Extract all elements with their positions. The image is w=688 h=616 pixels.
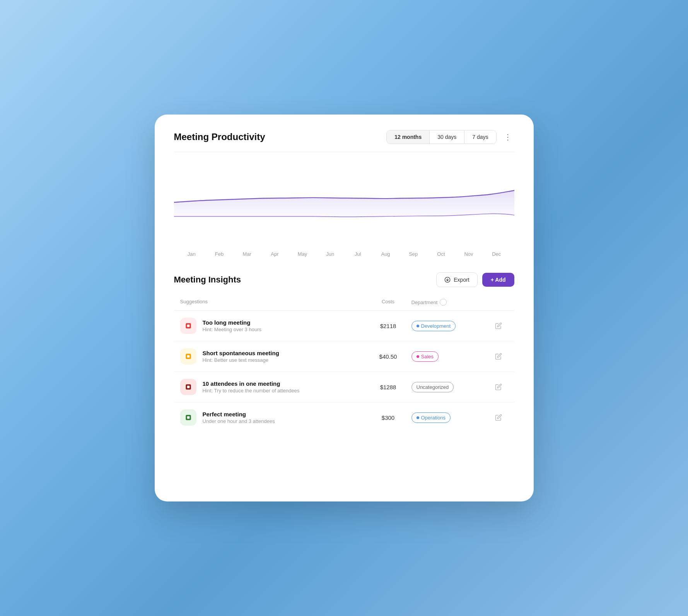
insights-actions: Export + Add [436, 272, 514, 287]
filter-7days[interactable]: 7 days [464, 130, 496, 144]
square-icon [184, 383, 192, 391]
suggestion-text: Short spontaneous meeting Hint: Better u… [203, 350, 279, 363]
suggestion-name: Perfect meeting [203, 411, 275, 418]
dept-cell: Sales [411, 351, 489, 362]
x-label-jul: Jul [344, 251, 372, 257]
svg-rect-3 [187, 325, 189, 327]
dept-cell: Operations [411, 412, 489, 423]
svg-rect-9 [187, 416, 189, 419]
table-row: Short spontaneous meeting Hint: Better u… [174, 341, 514, 372]
chart-x-axis: Jan Feb Mar Apr May Jun Jul Aug Sep Oct … [174, 251, 514, 257]
pencil-icon [495, 414, 502, 421]
page-title: Meeting Productivity [174, 132, 265, 142]
header: Meeting Productivity 12 months 30 days 7… [174, 130, 514, 144]
filter-12months[interactable]: 12 months [387, 130, 430, 144]
square-icon [184, 352, 192, 360]
suggestion-hint: Hint: Better use text message [203, 357, 279, 363]
x-label-jan: Jan [178, 251, 206, 257]
square-icon [184, 414, 192, 421]
x-label-sep: Sep [399, 251, 427, 257]
edit-button[interactable] [489, 322, 508, 329]
x-label-oct: Oct [427, 251, 455, 257]
suggestion-text: 10 attendees in one meeting Hint: Try to… [203, 380, 300, 394]
more-options-button[interactable]: ⋮ [501, 130, 514, 144]
badge-dot [417, 355, 419, 358]
cost-cell: $2118 [365, 323, 411, 329]
svg-rect-7 [187, 386, 189, 388]
productivity-chart [174, 160, 514, 245]
x-label-jun: Jun [316, 251, 344, 257]
insights-title: Meeting Insights [174, 275, 241, 285]
row-icon-1 [180, 318, 196, 334]
x-label-may: May [289, 251, 316, 257]
col-department: Department [411, 299, 489, 306]
chart-svg [174, 160, 514, 245]
header-divider [174, 152, 514, 152]
dept-badge[interactable]: Development [411, 321, 456, 331]
edit-button[interactable] [489, 383, 508, 390]
dept-cell: Development [411, 321, 489, 331]
table-row: Too long meeting Hint: Meeting over 3 ho… [174, 311, 514, 341]
col-costs: Costs [365, 299, 411, 306]
dept-filter-icon[interactable] [440, 299, 447, 306]
suggestion-name: Short spontaneous meeting [203, 350, 279, 356]
x-label-mar: Mar [233, 251, 261, 257]
cost-cell: $40.50 [365, 353, 411, 360]
suggestion-hint: Hint: Meeting over 3 hours [203, 327, 261, 332]
suggestion-cell: Short spontaneous meeting Hint: Better u… [180, 348, 365, 364]
badge-dot [417, 416, 419, 419]
cost-cell: $1288 [365, 384, 411, 390]
dept-badge[interactable]: Operations [411, 412, 451, 423]
edit-button[interactable] [489, 353, 508, 360]
export-icon [444, 277, 451, 283]
table-row: 10 attendees in one meeting Hint: Try to… [174, 372, 514, 402]
pencil-icon [495, 322, 502, 329]
insights-header: Meeting Insights Export + Add [174, 272, 514, 287]
dept-cell: Uncategorized [411, 382, 489, 392]
edit-button[interactable] [489, 414, 508, 421]
badge-dot [417, 325, 419, 327]
suggestion-hint: Under one hour and 3 attendees [203, 418, 275, 424]
square-icon [184, 322, 192, 330]
x-label-feb: Feb [205, 251, 233, 257]
row-icon-2 [180, 348, 196, 364]
suggestion-name: 10 attendees in one meeting [203, 380, 300, 387]
suggestion-name: Too long meeting [203, 319, 261, 326]
dept-badge[interactable]: Sales [411, 351, 439, 362]
col-suggestions: Suggestions [180, 299, 365, 306]
suggestion-cell: Perfect meeting Under one hour and 3 att… [180, 409, 365, 426]
suggestion-text: Perfect meeting Under one hour and 3 att… [203, 411, 275, 424]
main-card: Meeting Productivity 12 months 30 days 7… [155, 115, 534, 501]
table-header: Suggestions Costs Department [174, 299, 514, 311]
time-filter-group: 12 months 30 days 7 days [386, 130, 496, 144]
pencil-icon [495, 353, 502, 360]
row-icon-3 [180, 379, 196, 395]
x-label-dec: Dec [483, 251, 510, 257]
dept-badge[interactable]: Uncategorized [411, 382, 454, 392]
svg-rect-5 [187, 355, 189, 358]
suggestion-cell: Too long meeting Hint: Meeting over 3 ho… [180, 318, 365, 334]
export-button[interactable]: Export [436, 272, 477, 287]
filter-30days[interactable]: 30 days [430, 130, 464, 144]
x-label-apr: Apr [261, 251, 289, 257]
suggestion-cell: 10 attendees in one meeting Hint: Try to… [180, 379, 365, 395]
row-icon-4 [180, 409, 196, 426]
x-label-nov: Nov [455, 251, 483, 257]
x-label-aug: Aug [372, 251, 399, 257]
add-button[interactable]: + Add [482, 273, 514, 287]
suggestion-text: Too long meeting Hint: Meeting over 3 ho… [203, 319, 261, 332]
suggestion-hint: Hint: Try to reduce the number of attend… [203, 388, 300, 394]
cost-cell: $300 [365, 414, 411, 421]
chart-area-fill [174, 190, 514, 217]
table-row: Perfect meeting Under one hour and 3 att… [174, 402, 514, 433]
pencil-icon [495, 383, 502, 390]
header-controls: 12 months 30 days 7 days ⋮ [386, 130, 514, 144]
